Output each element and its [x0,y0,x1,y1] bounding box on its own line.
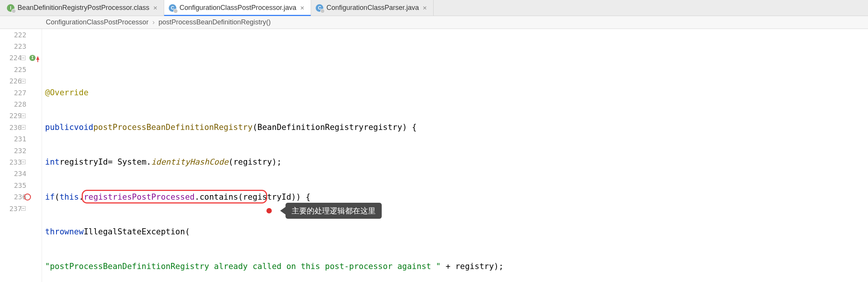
gutter-line[interactable]: 232 [0,145,42,156]
gutter-line[interactable]: 228 [0,98,42,110]
gutter-line[interactable]: 225 [0,64,42,75]
crumb-method[interactable]: postProcessBeanDefinitionRegistry() [158,18,271,26]
editor-window: I BeanDefinitionRegistryPostProcessor.cl… [0,0,868,282]
annotation-arrow-icon [280,207,286,215]
gutter-line[interactable]: 224I [0,52,42,64]
breadcrumb: ConfigurationClassPostProcessor › postPr… [0,16,868,29]
chevron-right-icon: › [152,18,155,26]
java-class-icon: C [169,4,176,12]
fold-icon[interactable] [21,56,26,60]
gutter-line[interactable]: 227 [0,87,42,98]
override-icon[interactable]: I [29,55,40,61]
gutter-line[interactable]: 234 [0,168,42,179]
gutter-line[interactable]: 236 [0,191,42,202]
gutter-line[interactable]: 223 [0,40,42,52]
gutter-line[interactable]: 229 [0,110,42,122]
code-line: if (this.registriesPostProcessed.contain… [42,191,868,203]
interface-icon: I [7,4,15,12]
gutter-line[interactable]: 237 [0,203,42,214]
tab-label: ConfigurationClassPostProcessor.java [179,4,296,12]
code-area[interactable]: @Override public void postProcessBeanDef… [42,29,868,282]
fold-icon[interactable] [21,79,26,83]
gutter-line[interactable]: 235 [0,179,42,191]
code-line [42,52,868,64]
close-icon[interactable]: ✕ [152,5,158,11]
tab-label: ConfigurationClassParser.java [326,4,419,12]
gutter[interactable]: 222223224I225226227228229230231232233234… [0,29,42,282]
code-line: "postProcessBeanDefinitionRegistry alrea… [42,261,868,272]
code-line: int registryId = System.identityHashCode… [42,156,868,168]
tab-file-0[interactable]: I BeanDefinitionRegistryPostProcessor.cl… [2,0,164,16]
tab-file-2[interactable]: C ConfigurationClassParser.java ✕ [311,0,434,16]
editor-body: 222223224I225226227228229230231232233234… [0,29,868,282]
tab-file-1[interactable]: C ConfigurationClassPostProcessor.java ✕ [164,0,311,16]
gutter-line[interactable]: 230 [0,122,42,133]
fold-icon[interactable] [21,160,26,164]
code-line: public void postProcessBeanDefinitionReg… [42,122,868,133]
gutter-line[interactable]: 233 [0,156,42,168]
fold-icon[interactable] [21,206,26,211]
close-icon[interactable]: ✕ [299,5,305,11]
tabs-bar: I BeanDefinitionRegistryPostProcessor.cl… [0,0,868,16]
annotation-text: 主要的处理逻辑都在这里 [286,203,382,219]
gutter-line[interactable]: 222 [0,29,42,40]
close-icon[interactable]: ✕ [422,5,428,11]
crumb-class[interactable]: ConfigurationClassPostProcessor [46,18,148,26]
gutter-line[interactable]: 226 [0,75,42,87]
fold-icon[interactable] [21,114,26,118]
code-line: throw new IllegalStateException( [42,226,868,237]
breakpoint-icon[interactable] [24,194,31,200]
annotation-callout: 主要的处理逻辑都在这里 [266,203,382,219]
code-line: @Override [42,87,868,98]
annotation-dot-icon [266,208,272,213]
java-class-icon: C [316,4,323,12]
fold-icon[interactable] [21,125,26,130]
tab-label: BeanDefinitionRegistryPostProcessor.clas… [18,4,149,12]
gutter-line[interactable]: 231 [0,133,42,145]
